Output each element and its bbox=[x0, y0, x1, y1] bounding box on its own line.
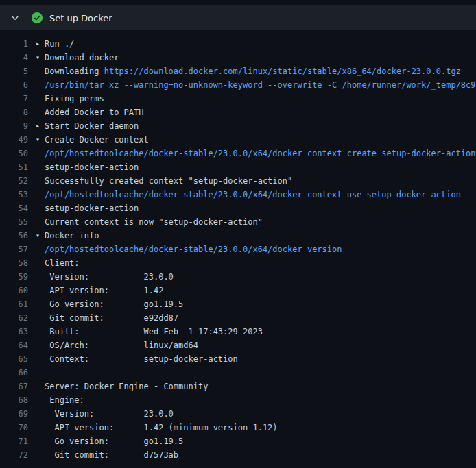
line-content: Docker info bbox=[45, 229, 476, 243]
line-number[interactable]: 55 bbox=[0, 215, 36, 229]
line-number[interactable]: 49 bbox=[0, 133, 36, 147]
line-number[interactable]: 58 bbox=[0, 256, 36, 270]
line-number[interactable]: 59 bbox=[0, 270, 36, 284]
line-number[interactable]: 72 bbox=[0, 448, 36, 462]
line-content: Built: Wed Feb 1 17:43:29 2023 bbox=[45, 325, 476, 338]
chevron-down-icon[interactable] bbox=[10, 12, 21, 23]
line-number[interactable]: 51 bbox=[0, 160, 36, 174]
disclosure-arrow bbox=[36, 270, 45, 284]
log-line: 1 ▸ Run ./ bbox=[0, 37, 476, 51]
log-text: API version: 1.42 bbox=[45, 286, 163, 295]
log-line: 62 Git commit: e92dd87 bbox=[0, 311, 476, 325]
line-number[interactable]: 62 bbox=[0, 311, 36, 325]
line-number[interactable]: 64 bbox=[0, 338, 36, 352]
disclosure-arrow bbox=[36, 243, 45, 256]
disclosure-arrow bbox=[36, 188, 45, 201]
line-content: Git commit: d7573ab bbox=[45, 448, 476, 462]
log-line: 5 Downloading https://download.docker.co… bbox=[0, 64, 476, 78]
line-number[interactable]: 67 bbox=[0, 380, 36, 393]
line-number[interactable]: 6 bbox=[0, 78, 36, 92]
disclosure-arrow bbox=[36, 434, 45, 448]
log-line: 49 ▾ Create Docker context bbox=[0, 133, 476, 147]
log-text: API version: 1.42 (minimum version 1.12) bbox=[45, 423, 278, 432]
log-line: 55 Current context is now "setup-docker-… bbox=[0, 215, 476, 229]
line-number[interactable]: 66 bbox=[0, 366, 36, 380]
disclosure-arrow bbox=[36, 352, 45, 366]
log-text: Engine: bbox=[45, 395, 84, 405]
step-title: Set up Docker bbox=[49, 13, 112, 23]
log-line: 7 Fixing perms bbox=[0, 92, 476, 106]
line-content: Successfully created context "setup-dock… bbox=[45, 174, 476, 188]
line-number[interactable]: 5 bbox=[0, 64, 36, 78]
log-line: 58 Client: bbox=[0, 256, 476, 270]
disclosure-arrow[interactable]: ▸ bbox=[36, 119, 45, 133]
line-content: Client: bbox=[45, 256, 476, 270]
line-content: API version: 1.42 bbox=[45, 284, 476, 297]
line-number[interactable]: 7 bbox=[0, 92, 36, 106]
disclosure-arrow bbox=[36, 380, 45, 393]
log-line: 63 Built: Wed Feb 1 17:43:29 2023 bbox=[0, 325, 476, 338]
line-content: setup-docker-action bbox=[45, 201, 476, 215]
line-number[interactable]: 57 bbox=[0, 243, 36, 256]
log-text: setup-docker-action bbox=[45, 204, 139, 213]
line-content: Added Docker to PATH bbox=[45, 106, 476, 119]
line-number[interactable]: 9 bbox=[0, 119, 36, 133]
line-number[interactable]: 65 bbox=[0, 352, 36, 366]
line-number[interactable]: 71 bbox=[0, 434, 36, 448]
line-number[interactable]: 61 bbox=[0, 297, 36, 311]
log-link[interactable]: https://download.docker.com/linux/static… bbox=[104, 66, 461, 76]
log-text: Start Docker daemon bbox=[45, 121, 139, 131]
log-line: 52 Successfully created context "setup-d… bbox=[0, 174, 476, 188]
line-number[interactable]: 1 bbox=[0, 37, 36, 51]
log-line: 66 bbox=[0, 366, 476, 380]
log-line: 51 setup-docker-action bbox=[0, 160, 476, 174]
line-number[interactable]: 70 bbox=[0, 421, 36, 434]
line-number[interactable]: 53 bbox=[0, 188, 36, 201]
log-text: Run ./ bbox=[45, 39, 74, 49]
disclosure-arrow bbox=[36, 78, 45, 92]
log-text: /usr/bin/tar xz --warning=no-unknown-key… bbox=[45, 80, 476, 90]
log-text: /opt/hostedtoolcache/docker-stable/23.0.… bbox=[45, 245, 342, 254]
line-number[interactable]: 52 bbox=[0, 174, 36, 188]
disclosure-arrow bbox=[36, 284, 45, 297]
disclosure-arrow bbox=[36, 325, 45, 338]
line-content: Version: 23.0.0 bbox=[45, 270, 476, 284]
line-number[interactable]: 8 bbox=[0, 106, 36, 119]
line-number[interactable]: 69 bbox=[0, 407, 36, 421]
line-number[interactable]: 68 bbox=[0, 393, 36, 407]
line-number[interactable]: 4 bbox=[0, 51, 36, 64]
log-line: 59 Version: 23.0.0 bbox=[0, 270, 476, 284]
disclosure-arrow[interactable]: ▾ bbox=[36, 133, 45, 147]
log-text: Server: Docker Engine - Community bbox=[45, 382, 208, 391]
line-content: OS/Arch: linux/amd64 bbox=[45, 338, 476, 352]
log-line: 6 /usr/bin/tar xz --warning=no-unknown-k… bbox=[0, 78, 476, 92]
log-line: 71 Go version: go1.19.5 bbox=[0, 434, 476, 448]
log-text: Successfully created context "setup-dock… bbox=[45, 176, 292, 186]
disclosure-arrow bbox=[36, 201, 45, 215]
line-number[interactable]: 50 bbox=[0, 147, 36, 160]
line-content: Version: 23.0.0 bbox=[45, 407, 476, 421]
line-content: Go version: go1.19.5 bbox=[45, 434, 476, 448]
log-text: Version: 23.0.0 bbox=[45, 409, 174, 419]
line-content: Engine: bbox=[45, 393, 476, 407]
line-content: Git commit: e92dd87 bbox=[45, 311, 476, 325]
line-number[interactable]: 56 bbox=[0, 229, 36, 243]
disclosure-arrow[interactable]: ▾ bbox=[36, 229, 45, 243]
log-text: Current context is now "setup-docker-act… bbox=[45, 217, 263, 227]
line-number[interactable]: 60 bbox=[0, 284, 36, 297]
log-text: Downloading bbox=[45, 66, 104, 76]
log-text: Go version: go1.19.5 bbox=[45, 299, 183, 309]
disclosure-arrow[interactable]: ▾ bbox=[36, 51, 45, 64]
line-content: /opt/hostedtoolcache/docker-stable/23.0.… bbox=[45, 147, 476, 160]
log-text: Create Docker context bbox=[45, 135, 149, 145]
disclosure-arrow[interactable]: ▸ bbox=[36, 37, 45, 51]
line-number[interactable]: 54 bbox=[0, 201, 36, 215]
line-content: /opt/hostedtoolcache/docker-stable/23.0.… bbox=[45, 243, 476, 256]
disclosure-arrow bbox=[36, 338, 45, 352]
line-number[interactable]: 63 bbox=[0, 325, 36, 338]
step-header[interactable]: Set up Docker bbox=[0, 5, 476, 30]
line-content: Server: Docker Engine - Community bbox=[45, 380, 476, 393]
log-line: 72 Git commit: d7573ab bbox=[0, 448, 476, 462]
log-text: Version: 23.0.0 bbox=[45, 272, 174, 282]
log-text: Context: setup-docker-action bbox=[45, 354, 238, 364]
